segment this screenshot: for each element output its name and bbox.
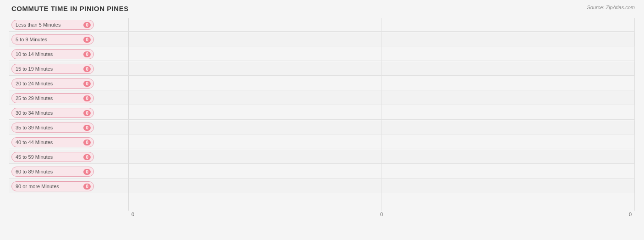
- bar-track: [94, 179, 635, 193]
- label-pill: 20 to 24 Minutes0: [11, 78, 94, 89]
- value-badge: 0: [83, 22, 91, 28]
- bar-label: 60 to 89 Minutes: [16, 169, 82, 174]
- value-badge: 0: [83, 125, 91, 131]
- table-row: 40 to 44 Minutes0: [9, 135, 635, 149]
- bar-track: [94, 47, 635, 61]
- bar-label: 35 to 39 Minutes: [16, 125, 82, 130]
- bar-label: 40 to 44 Minutes: [16, 140, 82, 145]
- label-pill: 30 to 34 Minutes0: [11, 108, 94, 118]
- table-row: 35 to 39 Minutes0: [9, 121, 635, 134]
- bar-label: 5 to 9 Minutes: [16, 37, 82, 42]
- value-badge: 0: [83, 184, 91, 190]
- table-row: 90 or more Minutes0: [9, 179, 635, 193]
- value-badge: 0: [83, 95, 91, 101]
- x-label-0: 0: [128, 212, 137, 217]
- label-pill: 35 to 39 Minutes0: [11, 123, 94, 133]
- chart-container: COMMUTE TIME IN PINION PINES Source: Zip…: [0, 0, 644, 240]
- bar-track: [94, 18, 635, 32]
- bar-label: 30 to 34 Minutes: [16, 110, 82, 116]
- table-row: 20 to 24 Minutes0: [9, 77, 635, 90]
- value-badge: 0: [83, 110, 91, 116]
- label-pill: 40 to 44 Minutes0: [11, 137, 94, 147]
- bar-track: [94, 150, 635, 164]
- table-row: Less than 5 Minutes0: [9, 18, 635, 32]
- value-badge: 0: [83, 51, 91, 57]
- bar-track: [94, 91, 635, 105]
- bar-track: [94, 106, 635, 120]
- table-row: 25 to 29 Minutes0: [9, 91, 635, 105]
- bar-label: 25 to 29 Minutes: [16, 95, 82, 101]
- rows-container: Less than 5 Minutes05 to 9 Minutes010 to…: [9, 18, 635, 211]
- label-pill: 15 to 19 Minutes0: [11, 64, 94, 74]
- table-row: 15 to 19 Minutes0: [9, 62, 635, 76]
- x-label-2: 0: [626, 212, 635, 217]
- label-pill: 60 to 89 Minutes0: [11, 167, 94, 177]
- bar-label: 10 to 14 Minutes: [16, 51, 82, 57]
- chart-area: Less than 5 Minutes05 to 9 Minutes010 to…: [9, 18, 635, 211]
- value-badge: 0: [83, 154, 91, 160]
- bar-track: [94, 121, 635, 134]
- table-row: 60 to 89 Minutes0: [9, 165, 635, 179]
- value-badge: 0: [83, 169, 91, 175]
- bar-label: 15 to 19 Minutes: [16, 66, 82, 72]
- bar-label: 45 to 59 Minutes: [16, 154, 82, 160]
- bar-track: [94, 62, 635, 76]
- table-row: 10 to 14 Minutes0: [9, 47, 635, 61]
- value-badge: 0: [83, 37, 91, 43]
- bar-track: [94, 165, 635, 179]
- chart-title: COMMUTE TIME IN PINION PINES: [9, 5, 635, 12]
- label-pill: 5 to 9 Minutes0: [11, 34, 94, 45]
- label-pill: 45 to 59 Minutes0: [11, 152, 94, 162]
- value-badge: 0: [83, 140, 91, 145]
- table-row: 5 to 9 Minutes0: [9, 33, 635, 46]
- value-badge: 0: [83, 66, 91, 72]
- bar-track: [94, 33, 635, 46]
- bar-label: Less than 5 Minutes: [16, 22, 82, 28]
- bar-label: 90 or more Minutes: [16, 184, 82, 189]
- bar-track: [94, 77, 635, 90]
- x-axis: 0 0 0: [128, 212, 635, 217]
- label-pill: Less than 5 Minutes0: [11, 20, 94, 30]
- label-pill: 25 to 29 Minutes0: [11, 93, 94, 103]
- bar-label: 20 to 24 Minutes: [16, 81, 82, 86]
- bar-track: [94, 135, 635, 149]
- source-text: Source: ZipAtlas.com: [587, 5, 635, 10]
- table-row: 30 to 34 Minutes0: [9, 106, 635, 120]
- value-badge: 0: [83, 81, 91, 87]
- table-row: 45 to 59 Minutes0: [9, 150, 635, 164]
- x-label-1: 0: [377, 212, 386, 217]
- label-pill: 10 to 14 Minutes0: [11, 49, 94, 59]
- label-pill: 90 or more Minutes0: [11, 181, 94, 191]
